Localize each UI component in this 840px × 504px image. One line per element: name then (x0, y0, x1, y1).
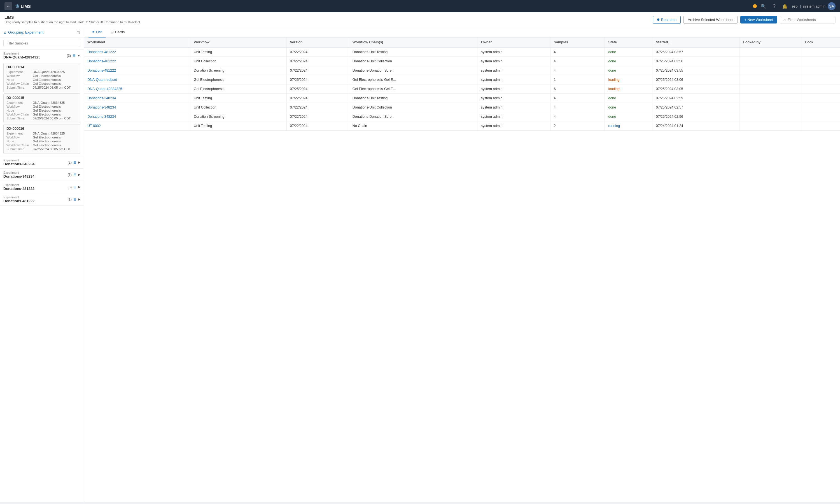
cell-version: 07/22/2024 (287, 94, 349, 103)
grid-icon[interactable]: ⊞ (73, 160, 76, 164)
sidebar-header: ⊿ Grouping: Experiment ⇅ (0, 27, 84, 37)
cell-lock (802, 66, 840, 75)
col-version: Version (287, 37, 349, 47)
worksheet-link[interactable]: Donations-481222 (87, 69, 116, 72)
grid-icon[interactable]: ⊞ (72, 53, 75, 58)
realtime-button[interactable]: Real-time (653, 16, 681, 24)
worksheet-link[interactable]: Donations-348234 (87, 115, 116, 119)
experiment-group-header[interactable]: Experiment Donations-348234 (1) ⊞ ▶ (0, 169, 84, 181)
cell-owner: system admin (477, 47, 550, 57)
cell-locked-by (740, 57, 802, 66)
tab-cards[interactable]: ⊞ Cards (107, 27, 129, 37)
cell-workflow: Unit Testing (190, 94, 287, 103)
sort-icon[interactable]: ⇅ (77, 30, 80, 34)
search-button[interactable]: 🔍 (760, 2, 768, 10)
worksheet-link[interactable]: UT-0002 (87, 124, 101, 128)
user-name: system admin (803, 4, 825, 8)
cell-worksheet: DNA-Quant-42834325 (84, 85, 190, 94)
cell-state: done (605, 103, 652, 112)
col-started[interactable]: Started ↓ (652, 37, 740, 47)
col-workflow: Workflow (190, 37, 287, 47)
cell-samples: 6 (550, 85, 605, 94)
table-row: Donations-348234 Unit Testing 07/22/2024… (84, 94, 840, 103)
experiment-group-header[interactable]: Experiment DNA-Quant-42834325 (3) ⊞ ▼ (0, 50, 84, 61)
page-header-left: LIMS Drag ready samples to a sheet on th… (4, 15, 141, 24)
cell-workflow-chains: Gel Electrophoresis-Gel E... (349, 75, 477, 85)
experiment-group: Experiment Donations-481222 (3) ⊞ ▶ (0, 181, 84, 193)
table-row: Donations-348234 Donation Screening 07/2… (84, 112, 840, 121)
avatar: SA (828, 2, 836, 10)
experiment-group-header[interactable]: Experiment Donations-348234 (2) ⊞ ▶ (0, 156, 84, 168)
filter-worksheets-input[interactable] (788, 18, 833, 22)
cell-worksheet: Donations-481222 (84, 47, 190, 57)
cards-tab-icon: ⊞ (110, 30, 114, 34)
cell-worksheet: Donations-481222 (84, 66, 190, 75)
experiment-group-header[interactable]: Experiment Donations-481222 (3) ⊞ ▶ (0, 181, 84, 193)
grouping-label: ⊿ Grouping: Experiment (3, 30, 44, 34)
table-row: Donations-481222 Unit Testing 07/22/2024… (84, 47, 840, 57)
grid-icon[interactable]: ⊞ (73, 197, 76, 201)
page-header: LIMS Drag ready samples to a sheet on th… (0, 12, 840, 27)
worksheet-link[interactable]: Donations-481222 (87, 50, 116, 54)
cell-state: done (605, 47, 652, 57)
cell-workflow: Unit Testing (190, 47, 287, 57)
page-subtitle: Drag ready samples to a sheet on the rig… (4, 20, 141, 24)
cell-version: 07/22/2024 (287, 103, 349, 112)
cell-workflow: Unit Collection (190, 57, 287, 66)
new-worksheet-button[interactable]: + New Worksheet (740, 16, 777, 23)
experiment-group: Experiment DNA-Quant-42834325 (3) ⊞ ▼ DX… (0, 50, 84, 156)
table-header-row: Worksheet Workflow Version Workflow Chai… (84, 37, 840, 47)
user-info: esp | system admin SA (792, 2, 836, 10)
cell-version: 07/25/2024 (287, 75, 349, 85)
cell-state: done (605, 66, 652, 75)
main-layout: ⊿ Grouping: Experiment ⇅ Experiment DNA-… (0, 27, 840, 502)
col-locked-by: Locked by (740, 37, 802, 47)
notifications-button[interactable]: 🔔 (781, 2, 789, 10)
tab-list[interactable]: ≡ List (88, 27, 106, 37)
filter-icon: ⊿ (3, 30, 6, 34)
content-area: ≡ List ⊞ Cards Worksheet Workflow Versio… (84, 27, 840, 502)
cell-state: running (605, 121, 652, 131)
cell-workflow-chains: Donations-Donation Scre... (349, 112, 477, 121)
cell-worksheet: Donations-348234 (84, 103, 190, 112)
cell-lock (802, 85, 840, 94)
cell-version: 07/22/2024 (287, 66, 349, 75)
cell-started: 07/25/2024 02:57 (652, 103, 740, 112)
cell-locked-by (740, 103, 802, 112)
sidebar-filter-area (0, 37, 84, 50)
sidebar: ⊿ Grouping: Experiment ⇅ Experiment DNA-… (0, 27, 84, 502)
cell-version: 07/25/2024 (287, 85, 349, 94)
worksheet-link[interactable]: DNA-Quant-42834325 (87, 87, 122, 91)
worksheet-link[interactable]: Donations-481222 (87, 59, 116, 63)
experiment-group: Experiment Donations-348234 (2) ⊞ ▶ (0, 156, 84, 169)
filter-samples-input[interactable] (3, 40, 80, 47)
table-row: UT-0002 Unit Testing 07/22/2024 No Chain… (84, 121, 840, 131)
cell-locked-by (740, 85, 802, 94)
grid-icon[interactable]: ⊞ (73, 185, 76, 189)
grid-icon[interactable]: ⊞ (73, 173, 76, 177)
worksheet-link[interactable]: DNA-Quant-subset (87, 78, 117, 82)
cell-locked-by (740, 75, 802, 85)
chevron-right-icon: ▶ (78, 173, 80, 177)
chevron-down-icon: ▼ (77, 54, 80, 57)
cell-samples: 4 (550, 47, 605, 57)
archive-worksheet-button[interactable]: Archive Selected Worksheet (684, 16, 738, 24)
worksheet-link[interactable]: Donations-348234 (87, 96, 116, 100)
cell-samples: 4 (550, 57, 605, 66)
worksheet-link[interactable]: Donations-348234 (87, 105, 116, 109)
experiment-group: Experiment Donations-481222 (1) ⊞ ▶ (0, 193, 84, 205)
experiment-group-header[interactable]: Experiment Donations-481222 (1) ⊞ ▶ (0, 193, 84, 205)
tabs-bar: ≡ List ⊞ Cards (84, 27, 840, 37)
back-button[interactable]: ← (4, 2, 12, 10)
cell-locked-by (740, 121, 802, 131)
realtime-dot (657, 18, 659, 21)
cell-owner: system admin (477, 75, 550, 85)
cell-samples: 1 (550, 75, 605, 85)
chevron-right-icon: ▶ (78, 185, 80, 189)
cell-samples: 4 (550, 94, 605, 103)
cell-lock (802, 94, 840, 103)
cell-state: loading (605, 85, 652, 94)
cell-owner: system admin (477, 103, 550, 112)
help-button[interactable]: ? (770, 2, 778, 10)
sample-card: DX-000014 ExperimentDNA-Quant-42834325 W… (3, 62, 80, 92)
